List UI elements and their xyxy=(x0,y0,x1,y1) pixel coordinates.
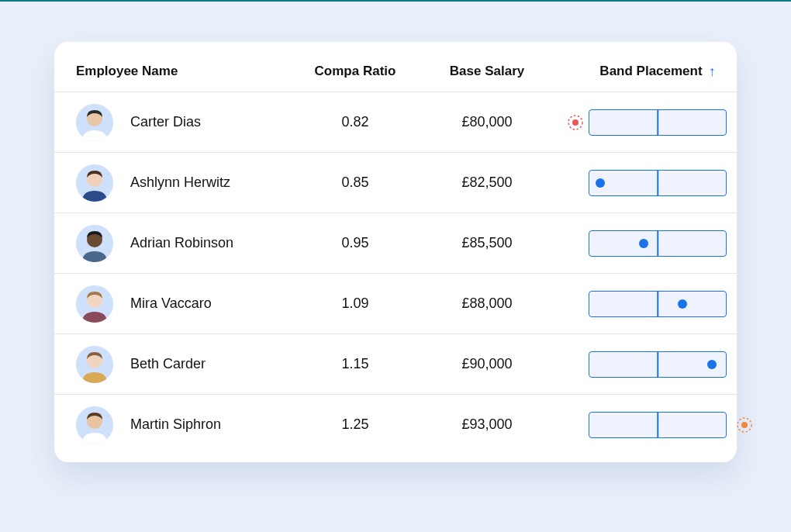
base-salary-value: £80,000 xyxy=(417,114,557,130)
sort-ascending-icon: ↑ xyxy=(709,64,716,78)
band-midpoint-divider xyxy=(657,352,658,377)
avatar xyxy=(76,225,113,262)
table-row[interactable]: Beth Carder 1.15 £90,000 xyxy=(54,333,737,394)
band-range-box xyxy=(589,170,727,196)
base-salary-value: £88,000 xyxy=(417,295,557,312)
avatar xyxy=(76,346,113,383)
out-of-band-below-indicator xyxy=(567,114,584,131)
base-salary-value: £82,500 xyxy=(417,174,557,191)
compa-ratio-value: 1.09 xyxy=(293,295,417,312)
employee-cell: Adrian Robinson xyxy=(76,225,293,262)
table-row[interactable]: Ashlynn Herwitz 0.85 £82,500 xyxy=(54,152,737,212)
band-position-dot xyxy=(678,299,687,309)
table-header: Employee Name Compa Ratio Base Salary Ba… xyxy=(54,64,737,92)
col-header-employee[interactable]: Employee Name xyxy=(76,64,293,79)
table-row[interactable]: Mira Vaccaro 1.09 £88,000 xyxy=(54,273,737,333)
compa-ratio-value: 1.15 xyxy=(293,356,417,372)
table-row[interactable]: Adrian Robinson 0.95 £85,500 xyxy=(54,212,737,273)
band-position-dot xyxy=(596,178,605,188)
band-midpoint-divider xyxy=(657,110,658,135)
col-header-salary[interactable]: Base Salary xyxy=(417,64,557,79)
employee-cell: Carter Dias xyxy=(76,104,293,141)
svg-point-3 xyxy=(572,119,579,126)
employee-salary-card: Employee Name Compa Ratio Base Salary Ba… xyxy=(54,42,737,462)
avatar xyxy=(76,406,113,444)
band-placement-cell xyxy=(557,230,758,257)
employee-cell: Beth Carder xyxy=(76,346,293,383)
band-midpoint-divider xyxy=(657,231,658,256)
band-position-dot xyxy=(639,239,648,248)
svg-point-15 xyxy=(741,422,748,428)
compa-ratio-value: 0.95 xyxy=(293,235,417,251)
band-placement-cell xyxy=(557,412,758,438)
band-midpoint-divider xyxy=(657,171,658,195)
table-row[interactable]: Martin Siphron 1.25 £93,000 xyxy=(54,394,737,454)
band-midpoint-divider xyxy=(657,413,658,437)
band-placement-cell xyxy=(557,351,758,378)
employee-name: Adrian Robinson xyxy=(130,235,233,251)
compa-ratio-value: 0.82 xyxy=(293,114,417,130)
employee-name: Ashlynn Herwitz xyxy=(130,174,230,191)
compa-ratio-value: 1.25 xyxy=(293,416,417,433)
employee-cell: Martin Siphron xyxy=(76,406,293,444)
employee-name: Mira Vaccaro xyxy=(130,295,212,312)
band-position-dot xyxy=(707,360,717,369)
col-header-band-label: Band Placement xyxy=(599,64,702,79)
employee-cell: Ashlynn Herwitz xyxy=(76,164,293,202)
band-range-box xyxy=(589,291,727,317)
avatar xyxy=(76,164,113,202)
band-range-box xyxy=(589,230,727,257)
employee-name: Carter Dias xyxy=(130,114,201,130)
employee-name: Beth Carder xyxy=(130,356,206,372)
table-row[interactable]: Carter Dias 0.82 £80,000 xyxy=(54,92,737,152)
base-salary-value: £90,000 xyxy=(417,356,557,372)
band-placement-cell xyxy=(557,170,758,196)
avatar xyxy=(76,104,113,141)
band-range-box xyxy=(589,109,727,136)
base-salary-value: £85,500 xyxy=(417,235,557,251)
band-range-box xyxy=(589,351,727,378)
band-midpoint-divider xyxy=(657,292,658,316)
band-placement-cell xyxy=(557,109,758,136)
avatar xyxy=(76,285,113,323)
table-body: Carter Dias 0.82 £80,000 Ashlynn Herwitz… xyxy=(54,92,737,454)
out-of-band-above-indicator xyxy=(736,416,753,434)
base-salary-value: £93,000 xyxy=(417,416,557,433)
employee-name: Martin Siphron xyxy=(130,416,221,433)
col-header-band[interactable]: Band Placement ↑ xyxy=(557,64,758,79)
compa-ratio-value: 0.85 xyxy=(293,174,417,191)
employee-cell: Mira Vaccaro xyxy=(76,285,293,323)
col-header-compa[interactable]: Compa Ratio xyxy=(293,64,417,79)
band-range-box xyxy=(589,412,727,438)
band-placement-cell xyxy=(557,291,758,317)
